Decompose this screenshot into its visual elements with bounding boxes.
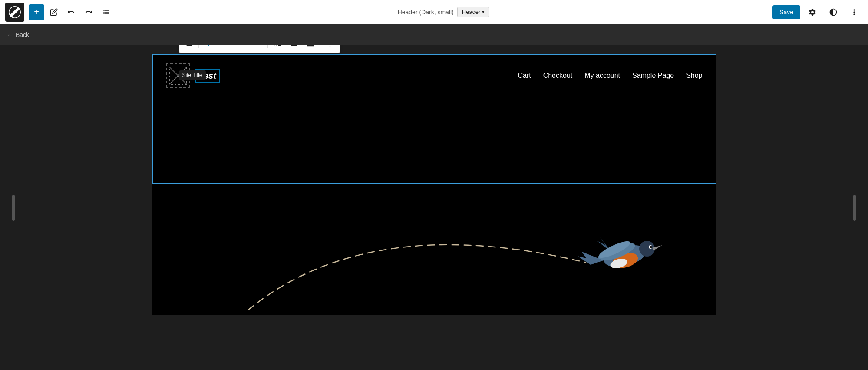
chevron-down-icon: ▾ <box>482 9 485 15</box>
drag-handle[interactable]: ⠿ <box>217 45 233 51</box>
toolbar-divider-3 <box>320 45 320 48</box>
top-toolbar: + Header (Dark, small) Header ▾ Save <box>0 0 868 24</box>
redo-button[interactable] <box>81 4 96 20</box>
edit-button[interactable] <box>46 4 62 20</box>
nav-item-my-account[interactable]: My account <box>584 72 620 80</box>
justify-button[interactable]: ⊟ <box>181 45 197 51</box>
nav-prev-button[interactable]: ‹ <box>234 45 249 51</box>
undo-button[interactable] <box>63 4 79 20</box>
contrast-button[interactable] <box>825 4 841 20</box>
pin-button[interactable] <box>201 45 216 51</box>
more-options-button[interactable] <box>846 4 862 20</box>
add-block-button[interactable]: + <box>29 4 44 20</box>
toolbar-center: Header (Dark, small) Header ▾ <box>115 7 772 17</box>
toolbar-divider-2 <box>267 45 268 48</box>
left-scroll-handle[interactable] <box>12 195 15 221</box>
nav-item-sample-page[interactable]: Sample Page <box>632 72 674 80</box>
nav-next-button[interactable]: › <box>250 45 266 51</box>
canvas-content-area <box>153 97 716 183</box>
bird-path-svg <box>152 184 716 315</box>
list-view-button[interactable] <box>98 4 114 20</box>
block-more-button[interactable]: ⋮ <box>322 45 338 51</box>
heading-h1-button[interactable]: H1 <box>270 45 285 51</box>
header-block: Test Cart Checkout My account Sample Pag… <box>153 55 716 97</box>
settings-button[interactable] <box>805 4 820 20</box>
avatar-button[interactable] <box>303 45 318 51</box>
floating-toolbar: ⊟ ⠿ ‹ › H1 <box>179 45 340 53</box>
nav-item-cart[interactable]: Cart <box>518 72 531 80</box>
site-title-tooltip: Site Title <box>179 70 206 80</box>
pattern-name: Header (Dark, small) <box>398 9 454 16</box>
align-button[interactable] <box>286 45 302 51</box>
nav-item-shop[interactable]: Shop <box>686 72 702 80</box>
save-button[interactable]: Save <box>772 5 800 19</box>
back-label: Back <box>16 31 29 38</box>
right-scroll-handle[interactable] <box>853 195 856 221</box>
arrow-left-icon: ← <box>7 31 13 38</box>
back-bar: ← Back <box>0 24 868 45</box>
canvas-below <box>152 184 716 315</box>
pattern-badge[interactable]: Header ▾ <box>457 7 490 17</box>
toolbar-divider-1 <box>198 45 199 48</box>
back-button[interactable]: ← Back <box>7 31 29 38</box>
svg-point-10 <box>650 246 652 248</box>
canvas-wrapper: ⊟ ⠿ ‹ › H1 <box>152 54 716 315</box>
canvas-area: ⊟ ⠿ ‹ › H1 <box>0 45 868 370</box>
nav-item-checkout[interactable]: Checkout <box>543 72 573 80</box>
nav-menu: Cart Checkout My account Sample Page Sho… <box>518 72 702 80</box>
svg-point-4 <box>639 241 655 257</box>
editor-canvas: ⊟ ⠿ ‹ › H1 <box>152 54 716 184</box>
wp-logo[interactable] <box>5 3 24 22</box>
toolbar-right: Save <box>772 4 863 20</box>
